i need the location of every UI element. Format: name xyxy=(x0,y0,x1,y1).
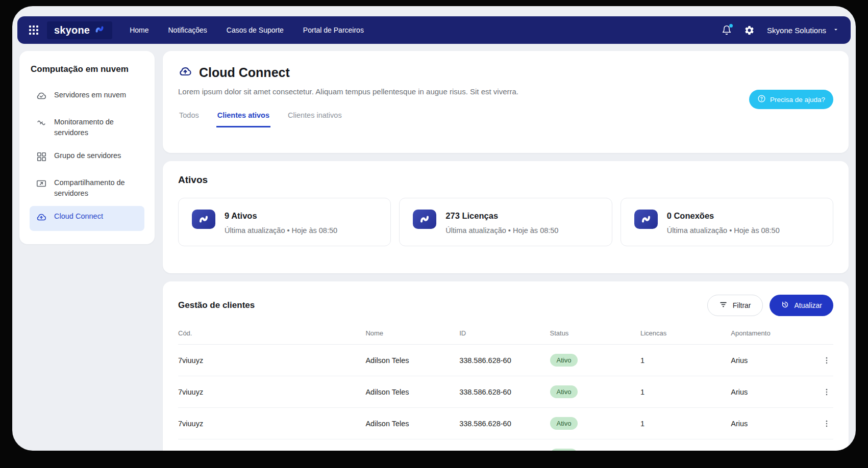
stat-card-text: 273 Licenças Última atualização • Hoje à… xyxy=(445,210,558,235)
refresh-button-label: Atualizar xyxy=(795,301,822,309)
table-column-headers: Cód. Nome ID Status Licencas Apontamento xyxy=(178,326,833,345)
cloud-upload-icon xyxy=(36,211,47,226)
status-badge: Ativo xyxy=(550,449,578,451)
table-actions: Filtrar Atualizar xyxy=(707,295,833,316)
row-menu-kebab-icon[interactable] xyxy=(820,354,833,367)
content-area: Computação em nuvem Servidores em nuvem xyxy=(19,51,849,451)
bell-icon[interactable] xyxy=(722,25,732,35)
tab-clientes-inativos[interactable]: Clientes inativos xyxy=(287,111,343,127)
row-menu-kebab-icon[interactable] xyxy=(820,417,833,430)
nav-link-home[interactable]: Home xyxy=(130,26,148,34)
swoosh-badge-icon xyxy=(413,210,436,229)
apps-grid-icon[interactable] xyxy=(29,25,39,35)
sidebar-item-compartilhamento-de-servidores[interactable]: Compartilhamento de servidores xyxy=(30,172,144,204)
nav-link-casos-de-suporte[interactable]: Casos de Suporte xyxy=(227,26,284,34)
grid-squares-icon xyxy=(36,150,47,165)
stat-title: 9 Ativos xyxy=(225,211,337,221)
brand-swoosh-icon xyxy=(94,25,105,36)
help-button[interactable]: Precisa de ajuda? xyxy=(749,90,833,109)
swoosh-badge-icon xyxy=(192,210,215,229)
cell-apontamento: Arius xyxy=(731,356,815,365)
filter-button-label: Filtrar xyxy=(733,301,751,309)
sidebar-item-monitoramento-de-servidores[interactable]: Monitoramento de servidores xyxy=(30,112,144,143)
sidebar-item-grupo-de-servidores[interactable]: Grupo de servidores xyxy=(30,145,144,170)
screen-share-icon xyxy=(36,177,47,192)
table-row: 7viuuyz Adilson Teles 338.586.628-60 Ati… xyxy=(178,345,833,376)
stats-section-title: Ativos xyxy=(178,174,833,186)
filter-button[interactable]: Filtrar xyxy=(707,295,763,316)
cell-licencas: 1 xyxy=(640,356,731,365)
navbar-right: Skyone Solutions xyxy=(722,25,839,36)
table-row: 7viuuyz Adilson Teles 338.586.628-60 Ati… xyxy=(178,439,833,451)
page-title-row: Cloud Connect xyxy=(178,64,833,81)
sidebar: Computação em nuvem Servidores em nuvem xyxy=(19,51,155,244)
client-management-card: Gestão de clientes Filtrar xyxy=(163,281,849,451)
account-name: Skyone Solutions xyxy=(767,26,826,35)
row-menu-kebab-icon[interactable] xyxy=(820,385,833,399)
stat-card-ativos: 9 Ativos Última atualização • Hoje às 08… xyxy=(178,198,391,246)
cell-nome: Adilson Teles xyxy=(365,388,459,396)
sidebar-item-cloud-connect[interactable]: Cloud Connect xyxy=(30,206,144,231)
page-title: Cloud Connect xyxy=(199,65,290,80)
main-column: Cloud Connect Lorem ipsum dolor sit amet… xyxy=(163,51,849,451)
cell-id: 338.586.628-60 xyxy=(459,356,550,365)
refresh-button[interactable]: Atualizar xyxy=(770,295,833,316)
sidebar-item-label: Grupo de servidores xyxy=(54,150,121,161)
activity-waves-icon xyxy=(36,117,47,132)
help-button-label: Precisa de ajuda? xyxy=(770,96,825,103)
stat-card-licencas: 273 Licenças Última atualização • Hoje à… xyxy=(399,198,612,246)
nav-links: Home Notificações Casos de Suporte Porta… xyxy=(130,26,364,34)
stats-section-card: Ativos 9 Ativos Última atualização • Hoj… xyxy=(163,161,849,273)
sidebar-item-label: Cloud Connect xyxy=(54,211,103,222)
col-header-licencas: Licencas xyxy=(640,329,731,337)
stat-card-text: 9 Ativos Última atualização • Hoje às 08… xyxy=(225,210,337,235)
cloud-upload-icon xyxy=(178,64,192,81)
chevron-down-icon xyxy=(832,26,839,35)
table-row: 7viuuyz Adilson Teles 338.586.628-60 Ati… xyxy=(178,376,833,408)
col-header-status: Status xyxy=(550,329,640,337)
cell-nome: Adilson Teles xyxy=(365,420,459,428)
col-header-nome: Nome xyxy=(365,329,459,337)
stat-subtitle: Última atualização • Hoje às 08:50 xyxy=(445,226,558,235)
status-badge: Ativo xyxy=(550,354,578,367)
status-badge: Ativo xyxy=(550,417,578,430)
col-header-apontamento: Apontamento xyxy=(731,329,815,337)
cell-licencas: 1 xyxy=(640,420,731,428)
tab-clientes-ativos[interactable]: Clientes ativos xyxy=(216,111,270,127)
cell-cod: 7viuuyz xyxy=(178,420,365,428)
cell-cod: 7viuuyz xyxy=(178,356,365,365)
sidebar-title: Computação em nuvem xyxy=(30,64,144,74)
history-refresh-icon xyxy=(781,300,789,310)
stat-subtitle: Última atualização • Hoje às 08:50 xyxy=(225,226,337,235)
cell-nome: Adilson Teles xyxy=(365,356,459,365)
cell-licencas: 1 xyxy=(640,388,731,396)
col-header-cod: Cód. xyxy=(178,329,365,337)
sidebar-item-label: Compartilhamento de servidores xyxy=(54,177,138,199)
nav-link-portal-de-parceiros[interactable]: Portal de Parceiros xyxy=(303,26,364,34)
brand-logo[interactable]: skyone xyxy=(47,21,112,39)
status-badge: Ativo xyxy=(550,385,578,398)
gear-icon[interactable] xyxy=(744,25,755,36)
cell-id: 338.586.628-60 xyxy=(459,388,550,396)
cell-cod: 7viuuyz xyxy=(178,388,365,396)
filter-icon xyxy=(719,300,728,310)
row-menu-kebab-icon[interactable] xyxy=(820,449,833,451)
tabs: Todos Clientes ativos Clientes inativos xyxy=(178,111,833,127)
sidebar-item-label: Servidores em nuvem xyxy=(54,90,126,100)
page-description: Lorem ipsum dolor sit amet consectetur. … xyxy=(178,87,833,96)
sidebar-item-servidores-em-nuvem[interactable]: Servidores em nuvem xyxy=(30,85,144,110)
page-header-card: Cloud Connect Lorem ipsum dolor sit amet… xyxy=(163,51,849,153)
stat-card-text: 0 Conexões Última atualização • Hoje às … xyxy=(667,210,780,235)
table-header-bar: Gestão de clientes Filtrar xyxy=(178,295,833,316)
nav-link-notificacoes[interactable]: Notificações xyxy=(168,26,207,34)
cell-apontamento: Arius xyxy=(731,420,815,428)
brand-name: skyone xyxy=(54,24,90,36)
cell-id: 338.586.628-60 xyxy=(459,420,550,428)
col-header-id: ID xyxy=(459,329,550,337)
account-menu[interactable]: Skyone Solutions xyxy=(767,26,839,35)
app-window: skyone Home Notificações Casos de Suport… xyxy=(12,6,856,451)
stat-title: 0 Conexões xyxy=(667,211,780,221)
stat-subtitle: Última atualização • Hoje às 08:50 xyxy=(667,226,780,235)
tab-todos[interactable]: Todos xyxy=(178,111,200,127)
cell-apontamento: Arius xyxy=(731,388,815,396)
